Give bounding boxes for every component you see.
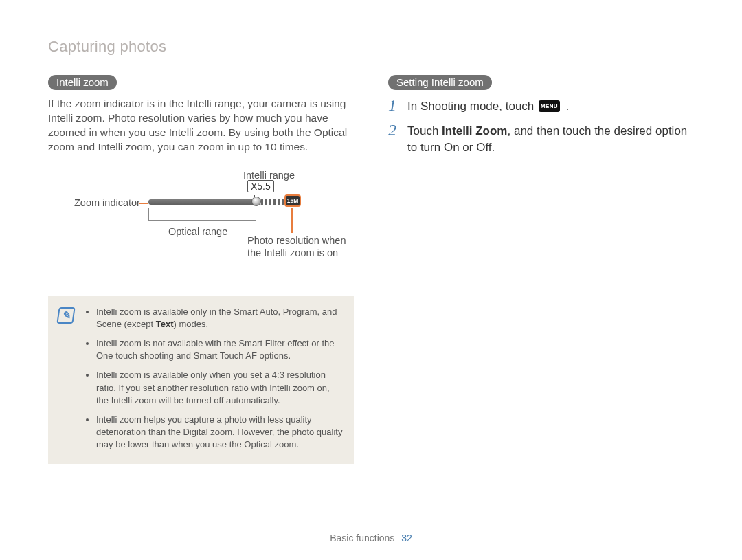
note-item: Intelli zoom is available only in the Sm…: [96, 306, 344, 331]
note-icon: ✎: [56, 307, 75, 324]
zoom-bar: [148, 198, 286, 209]
step-number: 1: [388, 97, 401, 113]
label-optical-range: Optical range: [168, 226, 227, 237]
label-zoom-indicator: Zoom indicator: [74, 197, 140, 208]
bracket-bottom: [148, 220, 256, 221]
zoom-bar-intelli-segment: [261, 199, 286, 205]
step-text-before: Touch: [407, 124, 442, 137]
connector-zoom-indicator: [139, 203, 148, 204]
step-2: 2 Touch Intelli Zoom, and then touch the…: [388, 122, 694, 156]
note-item: Intelli zoom helps you capture a photo w…: [96, 414, 344, 451]
step-number: 2: [388, 122, 401, 138]
page-title: Capturing photos: [48, 38, 694, 56]
step-text: Touch Intelli Zoom, and then touch the d…: [407, 122, 694, 156]
step-text: In Shooting mode, touch MENU .: [407, 97, 569, 115]
label-intelli-range: Intelli range: [243, 170, 295, 181]
zoom-diagram: Intelli range Zoom indicator Optical ran…: [48, 170, 330, 280]
left-column: Intelli zoom If the zoom indicator is in…: [48, 75, 354, 464]
resolution-icon: 16M: [284, 194, 301, 207]
photo-resolution-line2: the Intelli zoom is on: [247, 247, 338, 258]
note-text: ) modes.: [173, 319, 208, 329]
intro-paragraph: If the zoom indicator is in the Intelli …: [48, 97, 354, 155]
section-pill-intelli-zoom: Intelli zoom: [48, 75, 117, 90]
zoom-value-badge: X5.5: [247, 180, 274, 192]
step-text-before: In Shooting mode, touch: [407, 100, 537, 113]
note-item: Intelli zoom is available only when you …: [96, 369, 344, 407]
label-photo-resolution: Photo resolution when the Intelli zoom i…: [247, 234, 346, 259]
step-bold: Intelli Zoom: [442, 124, 507, 137]
note-bold: Text: [156, 319, 174, 329]
menu-icon: MENU: [539, 100, 560, 112]
section-pill-setting-intelli-zoom: Setting Intelli zoom: [388, 75, 492, 90]
step-text-after: .: [566, 100, 570, 113]
note-box: ✎ Intelli zoom is available only in the …: [48, 296, 354, 464]
connector-photo-resolution: [291, 208, 293, 233]
footer-section: Basic functions: [330, 533, 394, 544]
photo-resolution-line1: Photo resolution when: [247, 235, 346, 246]
bracket-right: [256, 208, 256, 220]
footer-page-number: 32: [401, 533, 412, 544]
right-column: Setting Intelli zoom 1 In Shooting mode,…: [388, 75, 694, 464]
step-1: 1 In Shooting mode, touch MENU .: [388, 97, 694, 115]
zoom-indicator-knob: [251, 197, 261, 206]
page-footer: Basic functions 32: [0, 533, 742, 544]
bracket-mid: [201, 220, 201, 225]
note-list: Intelli zoom is available only in the Sm…: [84, 306, 344, 451]
note-text: Intelli zoom is available only in the Sm…: [96, 306, 337, 329]
bracket-left: [148, 208, 149, 220]
zoom-bar-fill: [148, 199, 256, 205]
note-item: Intelli zoom is not available with the S…: [96, 337, 344, 362]
